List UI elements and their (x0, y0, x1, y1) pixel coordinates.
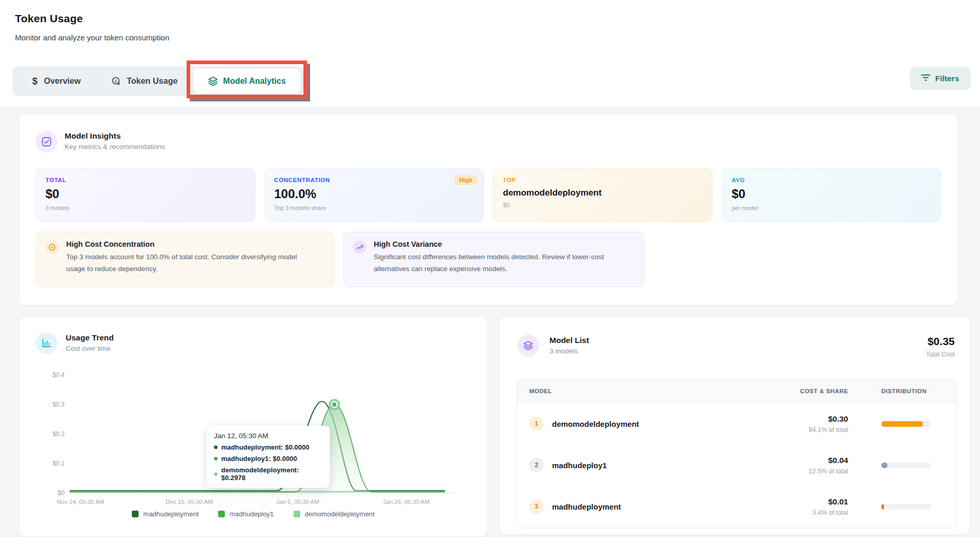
y-tick: $0.2 (53, 430, 65, 438)
rank-badge: 1 (529, 416, 544, 431)
tab-model-analytics-label: Model Analytics (223, 77, 286, 86)
tab-token-usage[interactable]: 1 Token Usage (96, 66, 193, 96)
metric-sub: Top 3 models share (274, 205, 474, 211)
tooltip-item: demomodeldeployment: $0.2978 (214, 466, 323, 482)
model-table-header: MODEL COST & SHARE DISTRIBUTION (517, 379, 957, 403)
alert-title: High Cost Concentration (66, 240, 309, 248)
model-insights-panel: Model Insights Key metrics & recommendat… (19, 113, 958, 306)
svg-text:1: 1 (115, 79, 117, 83)
alerts-row: High Cost Concentration Top 3 models acc… (36, 232, 644, 287)
distribution-bar-track (881, 421, 931, 427)
column-header-cost-share: COST & SHARE (755, 388, 859, 394)
tooltip-item-label: demomodeldeployment: $0.2978 (221, 466, 323, 482)
model-name: madhudeployment (552, 502, 621, 511)
model-cost: $0.04 (755, 456, 848, 465)
high-badge: High (454, 175, 477, 185)
usage-trend-panel: Usage Trend Cost over time $0.4 $0.3 $0.… (19, 316, 488, 537)
model-list-panel: Model List 3 models $0.35 Total Cost MOD… (499, 316, 971, 535)
x-tick: Nov 24, 05:30 AM (57, 499, 104, 505)
legend-item: madhudeploy1 (218, 510, 273, 518)
series-dot (214, 472, 218, 476)
y-tick: $0.3 (53, 401, 65, 408)
token-coin-icon: 1 (112, 77, 121, 86)
hover-marker (332, 402, 338, 408)
table-row: 3 madhudeployment $0.01 3.4% of total (517, 486, 957, 527)
tab-overview-label: Overview (44, 77, 81, 86)
rank-badge: 3 (529, 499, 544, 514)
model-share: 12.5% of total (755, 468, 848, 475)
metric-value: $0 (45, 187, 246, 201)
tab-token-usage-label: Token Usage (127, 77, 177, 86)
metric-card-total: TOTAL $0 3 models (36, 168, 255, 222)
model-cost: $0.30 (755, 414, 848, 424)
alert-title: High Cost Variance (374, 240, 617, 248)
metric-sub: per model (732, 205, 932, 211)
legend-item: madhudeployment (132, 510, 198, 518)
column-header-distribution: DISTRIBUTION (859, 388, 957, 394)
model-list-subtitle: 3 models (549, 347, 589, 355)
legend-item: demomodeldeployment (294, 510, 375, 518)
legend-label: madhudeploy1 (229, 510, 273, 518)
distribution-bar-fill (881, 504, 884, 510)
layers-icon (517, 335, 539, 356)
metric-label: AVG (732, 177, 932, 183)
dollar-icon: $ (31, 76, 39, 86)
filter-lines-icon (921, 74, 930, 83)
page-title: Token Usage (15, 12, 83, 25)
target-icon (45, 241, 59, 254)
distribution-bar-fill (881, 421, 923, 427)
page-subtitle: Monitor and analyze your token consumpti… (15, 33, 170, 42)
usage-trend-subtitle: Cost over time (66, 345, 114, 352)
alert-high-cost-variance: High Cost Variance Significant cost diff… (343, 232, 644, 287)
chart-tooltip: Jan 12, 05:30 AM madhudeployment: $0.000… (207, 426, 330, 488)
metric-value: 100.0% (274, 187, 474, 201)
filters-button[interactable]: Filters (910, 67, 971, 90)
bar-chart-icon (36, 332, 57, 354)
alert-body: Top 3 models account for 100.0% of total… (66, 251, 309, 275)
insights-subtitle: Key metrics & recommendations (65, 143, 165, 151)
metric-label: CONCENTRATION (274, 177, 474, 183)
table-row: 2 madhudeploy1 $0.04 12.5% of total (517, 444, 957, 486)
table-row: 1 demomodeldeployment $0.30 84.1% of tot… (517, 403, 957, 444)
tooltip-item: madhudeployment: $0.0000 (214, 443, 323, 451)
model-table: MODEL COST & SHARE DISTRIBUTION 1 demomo… (516, 379, 957, 528)
legend-swatch (132, 511, 139, 517)
layers-icon (208, 76, 218, 86)
legend-label: madhudeployment (143, 510, 198, 518)
check-square-icon (36, 131, 57, 153)
legend-label: demomodeldeployment (305, 510, 375, 518)
rank-badge: 2 (529, 458, 544, 472)
filters-button-label: Filters (935, 74, 959, 83)
x-tick: Jan 5, 05:30 AM (276, 499, 319, 505)
column-header-model: MODEL (517, 388, 755, 394)
chart-legend: madhudeployment madhudeploy1 demomodelde… (19, 510, 487, 518)
legend-swatch (218, 511, 225, 517)
usage-trend-title: Usage Trend (66, 333, 114, 342)
metric-label: TOP (503, 177, 703, 183)
y-tick: $0.1 (53, 460, 65, 467)
legend-swatch (294, 511, 300, 517)
trend-up-icon (353, 241, 366, 254)
model-cost: $0.01 (755, 497, 848, 506)
alert-body: Significant cost differences between mod… (374, 251, 617, 275)
tab-model-analytics[interactable]: Model Analytics (193, 69, 300, 94)
tab-bar: $ Overview 1 Token Usage Model Analytics (12, 66, 303, 96)
tooltip-item-label: madhudeploy1: $0.0000 (221, 455, 297, 463)
series-dot (214, 457, 218, 460)
total-cost-label: Total Cost (926, 351, 955, 358)
insights-title: Model Insights (65, 131, 165, 141)
metric-card-top: TOP demomodeldeployment $0 (493, 168, 713, 222)
metric-card-concentration: CONCENTRATION 100.0% Top 3 models share … (265, 168, 484, 222)
metric-value: demomodeldeployment (503, 188, 703, 198)
y-tick: $0 (58, 489, 65, 497)
distribution-bar-fill (881, 463, 887, 468)
model-name: madhudeploy1 (552, 461, 607, 470)
metric-sub: $0 (503, 202, 703, 208)
model-name: demomodeldeployment (552, 420, 639, 428)
metric-card-avg: AVG $0 per model (722, 168, 942, 222)
tooltip-title: Jan 12, 05:30 AM (214, 432, 323, 440)
model-share: 3.4% of total (755, 509, 848, 516)
x-tick: Jan 26, 05:30 AM (383, 499, 430, 505)
total-cost-value: $0.35 (926, 335, 955, 348)
tab-overview[interactable]: $ Overview (16, 66, 96, 96)
